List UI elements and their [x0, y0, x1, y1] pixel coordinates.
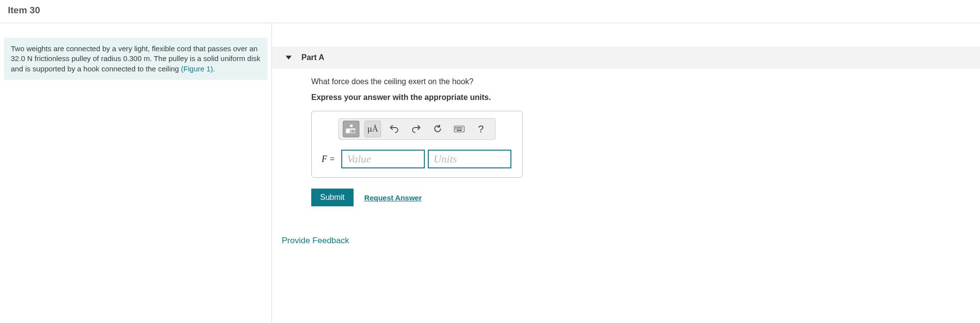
right-pane: Part A What force does the ceiling exert… [272, 23, 980, 323]
units-input[interactable] [428, 150, 511, 168]
svg-rect-1 [351, 129, 355, 133]
templates-icon-svg [346, 124, 356, 134]
svg-rect-13 [460, 129, 461, 129]
help-icon-label: ? [478, 124, 483, 135]
keyboard-icon[interactable] [451, 121, 468, 137]
templates-icon[interactable] [343, 121, 359, 137]
svg-rect-6 [457, 127, 458, 128]
svg-rect-7 [458, 127, 459, 128]
undo-icon[interactable] [386, 121, 403, 137]
units-button-label: µÅ [367, 124, 378, 134]
redo-icon[interactable] [408, 121, 424, 137]
action-row: Submit Request Answer [311, 189, 980, 206]
svg-rect-5 [455, 127, 456, 128]
left-pane: Two weights are connected by a very ligh… [0, 23, 272, 323]
variable-label: F = [322, 150, 338, 168]
keyboard-icon-svg [454, 126, 465, 132]
answer-input-row: F = [319, 150, 515, 168]
help-icon[interactable]: ? [473, 121, 489, 137]
item-title: Item 30 [8, 5, 972, 16]
question-text: What force does the ceiling exert on the… [311, 77, 980, 86]
content-area: Two weights are connected by a very ligh… [0, 23, 980, 323]
svg-rect-11 [457, 129, 458, 129]
provide-feedback-link[interactable]: Provide Feedback [282, 236, 349, 245]
undo-icon-svg [389, 124, 399, 134]
part-label: Part A [301, 53, 325, 62]
value-input[interactable] [341, 150, 425, 168]
units-button[interactable]: µÅ [364, 121, 381, 137]
answer-card: µÅ [311, 111, 523, 178]
page-header: Item 30 [0, 0, 980, 23]
reset-icon[interactable] [429, 121, 446, 137]
svg-rect-14 [461, 129, 462, 129]
part-body: What force does the ceiling exert on the… [272, 77, 980, 206]
instruction-text: Express your answer with the appropriate… [311, 93, 980, 102]
svg-rect-12 [458, 129, 459, 129]
svg-rect-0 [346, 129, 350, 133]
request-answer-link[interactable]: Request Answer [364, 194, 422, 202]
problem-statement: Two weights are connected by a very ligh… [4, 38, 267, 80]
figure-link[interactable]: (Figure 1) [181, 65, 213, 73]
svg-rect-2 [350, 125, 353, 127]
part-header[interactable]: Part A [272, 47, 980, 68]
equation-toolbar: µÅ [338, 118, 496, 140]
reset-icon-svg [433, 124, 443, 134]
svg-rect-10 [455, 129, 456, 129]
chevron-down-icon [286, 56, 292, 60]
redo-icon-svg [411, 124, 421, 134]
provide-feedback: Provide Feedback [272, 236, 980, 246]
problem-text: Two weights are connected by a very ligh… [11, 44, 260, 73]
svg-rect-9 [461, 127, 462, 128]
submit-button[interactable]: Submit [311, 189, 354, 206]
svg-rect-8 [460, 127, 461, 128]
svg-rect-15 [457, 130, 462, 131]
